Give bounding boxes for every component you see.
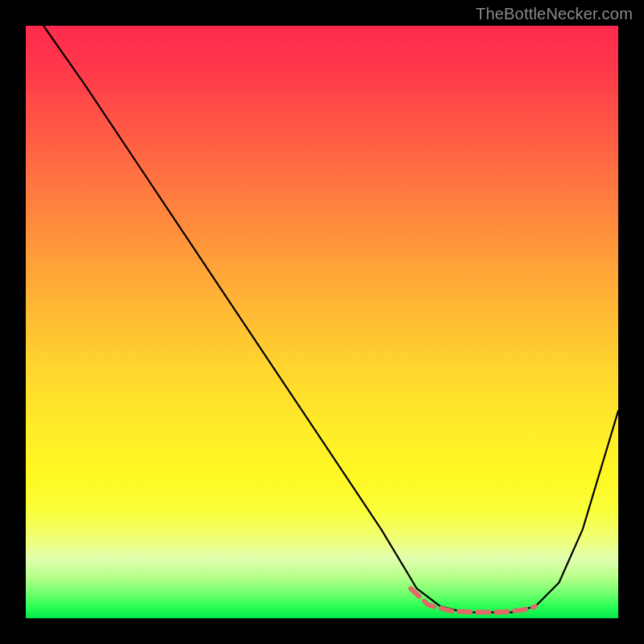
chart-frame: TheBottleNecker.com (0, 0, 644, 644)
optimal-range-highlight (411, 588, 535, 612)
chart-svg (26, 26, 618, 618)
plot-area (26, 26, 618, 618)
watermark-text: TheBottleNecker.com (476, 5, 633, 23)
curve-line (43, 26, 618, 613)
